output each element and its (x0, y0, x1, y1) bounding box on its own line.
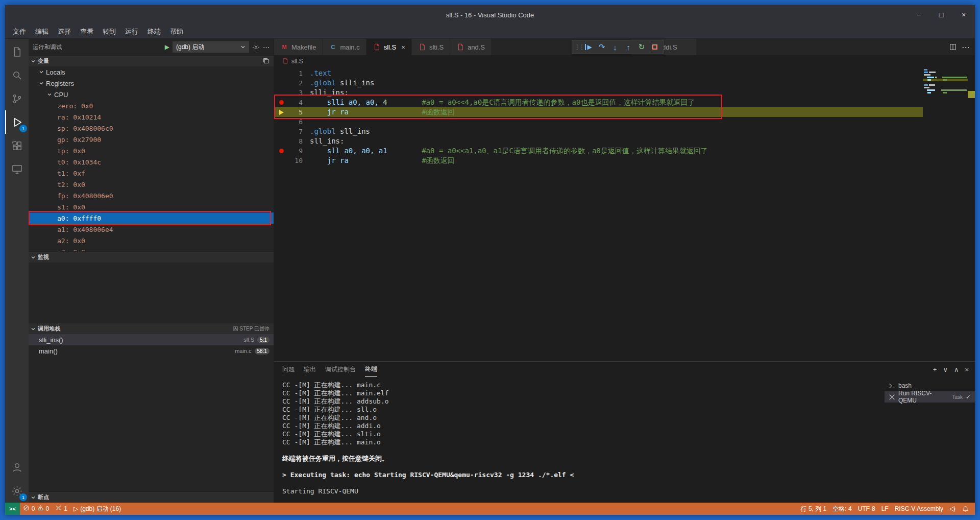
register-fp[interactable]: fp: 0x408006e0 (29, 190, 274, 201)
code-editor[interactable]: 1.text2.globl slli_ins3slli_ins:4 slli a… (274, 67, 975, 361)
code-line-1[interactable]: 1.text (274, 68, 923, 78)
bell-icon[interactable] (959, 503, 972, 515)
breakpoint-icon[interactable] (279, 100, 284, 105)
menu-item[interactable]: 编辑 (31, 25, 53, 38)
feedback-icon[interactable] (946, 503, 959, 515)
call-stack-pane-header[interactable]: 调用堆栈 因 STEP 已暂停 (29, 323, 274, 334)
gear-icon[interactable] (252, 43, 260, 51)
debug-continue-button[interactable]: ▶ (582, 41, 595, 53)
launch-config-dropdown[interactable]: (gdb) 启动 (173, 41, 249, 53)
stack-frame[interactable]: main()main.c58:1 (29, 345, 274, 357)
register-sp[interactable]: sp: 0x408006c0 (29, 123, 274, 134)
debug-step-out-button[interactable]: ↑ (622, 41, 634, 53)
code-line-9[interactable]: 9 sll a0, a0, a1 #a0 = a0<<a1,a0、a1是C语言调… (274, 146, 923, 156)
panel-tab-终端[interactable]: 终端 (365, 362, 377, 377)
menu-item[interactable]: 查看 (76, 25, 98, 38)
activity-extensions-icon[interactable] (5, 134, 29, 157)
code-line-6[interactable]: 6 (274, 117, 923, 127)
problems-status[interactable]: 0 0 (20, 503, 52, 515)
code-line-5[interactable]: 5 jr ra #函数返回 (274, 107, 923, 117)
activity-explorer-icon[interactable] (5, 40, 29, 63)
close-button[interactable]: × (952, 5, 975, 25)
menu-item[interactable]: 转到 (98, 25, 120, 38)
activity-remote-explorer-icon[interactable] (5, 157, 29, 181)
terminal-output[interactable]: CC -[M] 正在构建... main.cCC -[M] 正在构建... ma… (274, 377, 885, 503)
code-line-7[interactable]: 7.globl sll_ins (274, 127, 923, 136)
status-language[interactable]: RISC-V Assembly (892, 503, 946, 515)
register-a3[interactable]: a3: 0x0 (29, 246, 274, 251)
watch-pane-header[interactable]: 监视 (29, 251, 274, 263)
menu-item[interactable]: 选择 (53, 25, 76, 38)
maximize-button[interactable]: □ (930, 5, 952, 25)
more-actions-icon[interactable]: ⋯ (962, 42, 970, 52)
panel-tab-输出[interactable]: 输出 (304, 362, 316, 377)
split-editor-icon[interactable] (949, 43, 957, 51)
register-t0[interactable]: t0: 0x1034c (29, 156, 274, 168)
register-zero[interactable]: zero: 0x0 (29, 100, 274, 111)
running-tasks-status[interactable]: 1 (52, 503, 70, 515)
register-t1[interactable]: t1: 0xf (29, 168, 274, 179)
collapse-all-icon[interactable] (263, 58, 270, 64)
terminal-list-item[interactable]: Run RISCV-QEMUTask✓ (885, 391, 975, 403)
tab-sll-s[interactable]: sll.S× (366, 39, 412, 55)
debug-step-into-button[interactable]: ↓ (609, 41, 621, 53)
register-s1[interactable]: s1: 0x0 (29, 201, 274, 212)
breakpoint-icon[interactable] (279, 149, 284, 153)
stack-frame[interactable]: slli_ins()sll.S5:1 (29, 334, 274, 345)
tree-item-registers[interactable]: Registers (29, 78, 274, 89)
status-indentation[interactable]: 空格: 4 (829, 503, 854, 515)
panel-tab-调试控制台[interactable]: 调试控制台 (325, 362, 356, 377)
close-panel-icon[interactable]: × (965, 366, 969, 373)
register-a0[interactable]: a0: 0xffff0 (29, 212, 274, 224)
code-line-2[interactable]: 2.globl slli_ins (274, 78, 923, 88)
menu-item[interactable]: 运行 (120, 25, 143, 38)
gutter-glyph[interactable] (274, 100, 288, 105)
panel-tab-问题[interactable]: 问题 (282, 362, 295, 377)
tab-and-s[interactable]: and.S (450, 39, 492, 55)
register-a1[interactable]: a1: 0x408006e4 (29, 224, 274, 235)
chevron-down-icon[interactable]: ∨ (943, 366, 948, 373)
activity-search-icon[interactable] (5, 63, 29, 87)
breadcrumb[interactable]: sll.S (274, 55, 975, 67)
register-a2[interactable]: a2: 0x0 (29, 235, 274, 246)
register-gp[interactable]: gp: 0x27900 (29, 134, 274, 145)
tree-item-locals[interactable]: Locals (29, 66, 274, 78)
tab-makefile[interactable]: MMakefile (274, 39, 323, 55)
code-line-3[interactable]: 3slli_ins: (274, 88, 923, 98)
status-cursor-position[interactable]: 行 5, 列 1 (798, 503, 830, 515)
tab-main-c[interactable]: Cmain.c (323, 39, 366, 55)
menu-item[interactable]: 帮助 (165, 25, 188, 38)
menu-item[interactable]: 终端 (143, 25, 165, 38)
remote-indicator[interactable]: >< (5, 503, 20, 515)
activity-settings-icon[interactable]: 1 (5, 479, 29, 503)
debug-session-status[interactable]: ▷ (gdb) 启动 (16) (70, 503, 124, 515)
status-eol[interactable]: LF (878, 503, 892, 515)
activity-account-icon[interactable] (5, 456, 29, 479)
breakpoints-pane-header[interactable]: 断点 (29, 491, 274, 503)
code-line-10[interactable]: 10 jr ra #函数返回 (274, 156, 923, 166)
close-icon[interactable]: × (401, 43, 405, 51)
minimap[interactable] (923, 67, 968, 94)
drag-handle-icon[interactable]: ⋮⋮ (574, 43, 581, 51)
gutter-glyph[interactable] (274, 149, 288, 153)
register-ra[interactable]: ra: 0x10214 (29, 111, 274, 123)
register-t2[interactable]: t2: 0x0 (29, 179, 274, 190)
debug-step-over-button[interactable]: ↷ (596, 41, 608, 53)
maximize-panel-icon[interactable]: ∧ (954, 366, 959, 373)
menu-item[interactable]: 文件 (8, 25, 31, 38)
debug-restart-button[interactable]: ↻ (635, 41, 648, 53)
debug-stop-button[interactable] (649, 41, 661, 53)
minimize-button[interactable]: − (908, 5, 930, 25)
new-terminal-icon[interactable]: + (933, 366, 937, 373)
register-tp[interactable]: tp: 0x0 (29, 145, 274, 156)
status-encoding[interactable]: UTF-8 (855, 503, 878, 515)
code-line-8[interactable]: 8sll_ins: (274, 136, 923, 146)
tab-slti-s[interactable]: slti.S (412, 39, 450, 55)
variables-pane-header[interactable]: 变量 (29, 55, 274, 66)
start-debug-button[interactable]: ▶ (165, 43, 169, 51)
code-line-4[interactable]: 4 slli a0, a0, 4 #a0 = a0<<4,a0是C语言调用者传递… (274, 98, 923, 107)
gutter-glyph[interactable] (274, 110, 288, 115)
activity-source-control-icon[interactable] (5, 87, 29, 110)
activity-run-and-debug-icon[interactable]: 1 (5, 110, 29, 134)
tree-item-cpu[interactable]: CPU (29, 89, 274, 100)
